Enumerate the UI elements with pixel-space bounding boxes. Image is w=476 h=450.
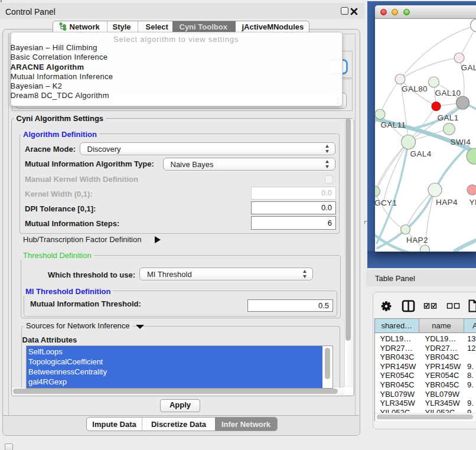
svg-text:GAL10: GAL10 [435,89,461,97]
svg-text:HAP4: HAP4 [436,198,458,207]
svg-text:GCY1: GCY1 [375,198,397,207]
svg-text:SWI4: SWI4 [450,138,471,146]
svg-text:HAP2: HAP2 [406,236,428,244]
svg-text:GAL80: GAL80 [402,84,428,93]
svg-text:GAL11: GAL11 [380,120,406,129]
svg-text:YM: YM [469,198,476,207]
svg-text:GAL2: GAL2 [461,63,476,72]
svg-text:GAL4: GAL4 [410,149,431,158]
svg-text:GAL1: GAL1 [437,113,458,122]
